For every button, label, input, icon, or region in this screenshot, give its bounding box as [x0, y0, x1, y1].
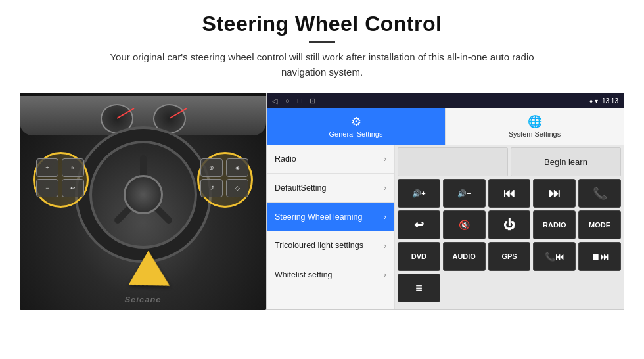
menu-item-whitelist[interactable]: Whitelist setting › [267, 260, 394, 289]
call-icon: 📞 [593, 186, 607, 201]
ctrl-btn-6: ◈ [226, 158, 248, 177]
radio-button[interactable]: RADIO [533, 210, 576, 239]
mute-icon: 🔇 [459, 220, 470, 230]
control-row-4: ≡ [398, 274, 621, 302]
stop-next-icon: ⏹⏭ [591, 252, 609, 262]
vol-up-icon: 🔊+ [412, 189, 425, 198]
steering-hub [124, 175, 163, 214]
tab-system-settings[interactable]: 🌐 System Settings [445, 108, 624, 145]
mode-button[interactable]: MODE [578, 210, 621, 239]
arrow-pointer [136, 257, 172, 297]
top-row: Begin learn [398, 147, 621, 176]
back-button[interactable]: ↩ [398, 210, 440, 239]
ctrl-btn-1: + [36, 158, 58, 177]
nav-home-icon[interactable]: ○ [285, 97, 290, 105]
chevron-icon-default: › [384, 183, 386, 193]
chevron-icon-whitelist: › [384, 270, 386, 279]
ctrl-btn-7: ↺ [200, 179, 223, 197]
ctrl-btn-3: − [36, 179, 58, 197]
android-ui: ◁ ○ □ ⊡ ♦ ▾ 13:13 ⚙ General Settings 🌐 S… [266, 93, 624, 310]
status-bar-nav: ◁ ○ □ ⊡ [272, 97, 315, 105]
tab-bar: ⚙ General Settings 🌐 System Settings [267, 108, 624, 145]
call-prev-icon: 📞⏮ [545, 252, 564, 262]
tab-general-label: General Settings [329, 130, 383, 138]
page-header: Steering Wheel Control Your original car… [0, 0, 644, 86]
signal-icon: ♦ ▾ [589, 97, 598, 105]
audio-button[interactable]: AUDIO [443, 242, 486, 271]
call-button[interactable]: 📞 [578, 179, 621, 208]
next-icon: ⏭ [549, 187, 561, 201]
power-button[interactable]: ⏻ [488, 210, 531, 239]
gps-label: GPS [501, 252, 517, 260]
menu-btn[interactable]: ≡ [398, 274, 440, 302]
power-icon: ⏻ [503, 218, 515, 232]
vol-down-button[interactable]: 🔊− [443, 179, 486, 208]
system-settings-icon: 🌐 [528, 114, 542, 129]
nav-back-icon[interactable]: ◁ [272, 97, 277, 105]
chevron-icon-steering: › [384, 212, 386, 222]
call-prev-button[interactable]: 📞⏮ [533, 242, 576, 271]
back-icon: ↩ [414, 218, 424, 232]
menu-item-radio[interactable]: Radio › [267, 145, 394, 174]
menu-item-tricoloured-label: Tricoloured light settings [275, 241, 363, 251]
stop-next-button[interactable]: ⏹⏭ [578, 242, 621, 271]
menu-item-steering[interactable]: Steering Wheel learning › [267, 203, 394, 231]
control-row-1: 🔊+ 🔊− ⏮ ⏭ 📞 [398, 179, 621, 208]
content-area: + ≈ − ↩ ⊕ ◈ ↺ ◇ Seicane ◁ ○ □ ⊡ ♦ ▾ [0, 86, 644, 310]
mode-label: MODE [589, 221, 610, 229]
title-divider [309, 41, 335, 43]
empty-cell-1 [443, 274, 486, 302]
watermark: Seicane [124, 295, 161, 304]
prev-button[interactable]: ⏮ [488, 179, 531, 208]
empty-cell-4 [578, 274, 621, 302]
page-title: Steering Wheel Control [26, 12, 618, 36]
status-bar: ◁ ○ □ ⊡ ♦ ▾ 13:13 [267, 93, 624, 108]
empty-cell-3 [533, 274, 576, 302]
gauge-left [101, 104, 133, 133]
menu-item-whitelist-label: Whitelist setting [275, 270, 333, 279]
empty-cell-2 [488, 274, 531, 302]
nav-recent-icon[interactable]: □ [298, 97, 302, 105]
ctrl-btn-8: ◇ [226, 179, 248, 197]
chevron-icon-radio: › [384, 155, 386, 164]
gauge-right [153, 104, 186, 133]
car-image: + ≈ − ↩ ⊕ ◈ ↺ ◇ Seicane [20, 93, 266, 310]
status-bar-right: ♦ ▾ 13:13 [589, 97, 618, 105]
menu-item-tricoloured[interactable]: Tricoloured light settings › [267, 231, 394, 260]
menu-item-default[interactable]: DefaultSetting › [267, 174, 394, 203]
tab-general-settings[interactable]: ⚙ General Settings [267, 108, 445, 145]
begin-learn-button[interactable]: Begin learn [511, 147, 621, 176]
menu-item-radio-label: Radio [275, 155, 296, 164]
ctrl-btn-4: ↩ [62, 179, 84, 197]
dvd-button[interactable]: DVD [398, 242, 440, 271]
vol-up-button[interactable]: 🔊+ [398, 179, 440, 208]
next-button[interactable]: ⏭ [533, 179, 576, 208]
gps-button[interactable]: GPS [488, 242, 531, 271]
empty-display-box [398, 147, 508, 176]
steering-wheel [78, 129, 209, 260]
mute-button[interactable]: 🔇 [443, 210, 486, 239]
menu-list: Radio › DefaultSetting › Steering Wheel … [267, 145, 395, 309]
prev-icon: ⏮ [503, 187, 515, 201]
ctrl-btn-2: ≈ [62, 158, 84, 177]
page-subtitle: Your original car's steering wheel contr… [92, 50, 552, 80]
menu-item-steering-label: Steering Wheel learning [275, 212, 362, 222]
left-controls: + ≈ − ↩ [36, 158, 85, 197]
general-settings-icon: ⚙ [351, 114, 361, 129]
tab-system-label: System Settings [509, 130, 561, 138]
ctrl-btn-5: ⊕ [200, 158, 223, 177]
menu-item-default-label: DefaultSetting [275, 183, 327, 193]
control-row-3: DVD AUDIO GPS 📞⏮ ⏹⏭ [398, 242, 621, 271]
menu-icon: ≡ [415, 281, 423, 295]
radio-label: RADIO [543, 221, 566, 229]
control-row-2: ↩ 🔇 ⏻ RADIO MODE [398, 210, 621, 239]
audio-label: AUDIO [452, 252, 475, 260]
nav-menu-icon[interactable]: ⊡ [310, 97, 315, 105]
time-display: 13:13 [602, 97, 618, 105]
main-content: Radio › DefaultSetting › Steering Wheel … [267, 145, 624, 309]
right-controls: ⊕ ◈ ↺ ◇ [200, 158, 250, 197]
dvd-label: DVD [411, 252, 426, 260]
vol-down-icon: 🔊− [457, 189, 471, 198]
right-panel: Begin learn 🔊+ 🔊− ⏮ ⏭ [395, 145, 624, 309]
chevron-icon-tricoloured: › [384, 241, 386, 251]
